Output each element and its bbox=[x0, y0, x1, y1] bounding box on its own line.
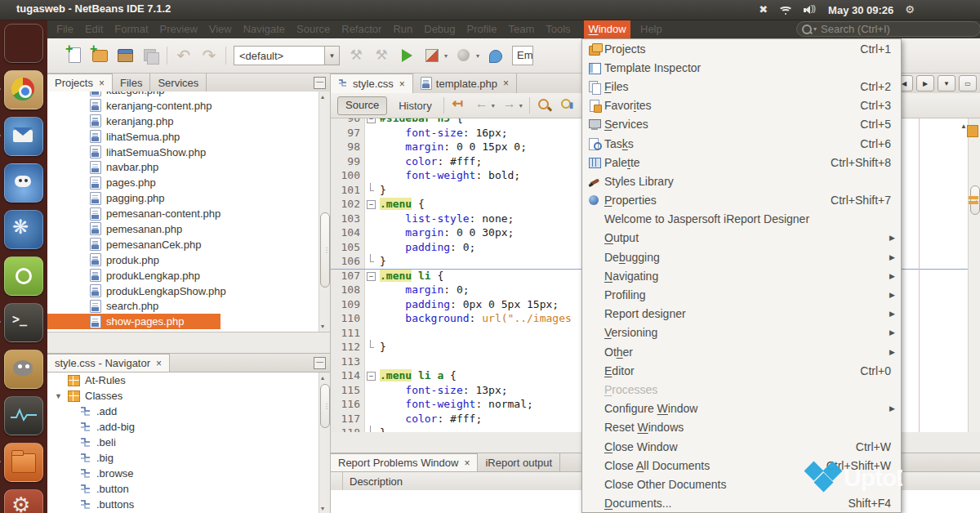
debug-dropdown-icon[interactable]: ▾ bbox=[444, 52, 448, 60]
menu-item-output[interactable]: Output▶ bbox=[582, 229, 901, 248]
build-button[interactable]: ⚒ bbox=[347, 47, 365, 65]
close-icon[interactable]: × bbox=[156, 358, 162, 369]
launcher-software-icon[interactable] bbox=[4, 256, 43, 296]
menu-item-palette[interactable]: PaletteCtrl+Shift+8 bbox=[582, 153, 901, 172]
volume-icon[interactable]: )) bbox=[804, 5, 817, 15]
source-view-button[interactable]: Source bbox=[337, 96, 387, 115]
menu-item-close-window[interactable]: Close WindowCtrl+W bbox=[582, 437, 901, 456]
open-project-button[interactable] bbox=[116, 47, 134, 65]
save-all-button[interactable] bbox=[141, 47, 159, 65]
menu-item-template-inspector[interactable]: Template Inspector bbox=[582, 58, 901, 77]
navigator-item[interactable]: .big bbox=[47, 450, 330, 466]
file-item[interactable]: lihatSemua.php bbox=[47, 129, 330, 145]
menu-file[interactable]: File bbox=[51, 20, 79, 38]
launcher-settings-icon[interactable] bbox=[4, 489, 43, 513]
menu-item-favorites[interactable]: FavoritesCtrl+3 bbox=[582, 96, 901, 115]
new-project-button[interactable] bbox=[91, 47, 109, 65]
file-item[interactable]: pages.php bbox=[47, 175, 330, 190]
file-item[interactable]: pagging.php bbox=[47, 190, 330, 206]
clock[interactable]: May 30 09:26 bbox=[828, 4, 893, 16]
menu-item-other[interactable]: Other▶ bbox=[582, 342, 901, 361]
tab-navigator[interactable]: style.css - Navigator × bbox=[47, 354, 170, 372]
file-item[interactable]: produkLengkap.php bbox=[47, 268, 330, 283]
wifi-icon[interactable] bbox=[779, 5, 792, 15]
forward-button[interactable] bbox=[501, 97, 518, 114]
file-item[interactable]: lihatSemuaShow.php bbox=[47, 145, 330, 160]
file-item[interactable]: keranjang.php bbox=[47, 114, 330, 129]
ireport-icon[interactable] bbox=[487, 47, 505, 65]
history-view-button[interactable]: History bbox=[394, 100, 436, 112]
minimize-icon[interactable]: — bbox=[314, 77, 326, 89]
editor-tab-style-css[interactable]: style.css× bbox=[331, 74, 413, 93]
maximize-button[interactable]: ▭ bbox=[959, 75, 977, 91]
menu-team[interactable]: Team bbox=[502, 20, 540, 38]
quick-search-input[interactable]: ▾ Search (Ctrl+I) bbox=[796, 21, 980, 37]
menu-format[interactable]: Format bbox=[109, 20, 154, 38]
session-gear-icon[interactable]: ⚙ bbox=[905, 0, 915, 20]
menu-debug[interactable]: Debug bbox=[418, 20, 461, 38]
new-file-button[interactable] bbox=[65, 47, 83, 65]
last-edit-button[interactable] bbox=[451, 97, 467, 114]
menu-help[interactable]: Help bbox=[635, 20, 668, 38]
menu-profile[interactable]: Profile bbox=[461, 20, 503, 38]
menu-item-projects[interactable]: ProjectsCtrl+1 bbox=[582, 39, 901, 58]
file-item[interactable]: pemesananCek.php bbox=[47, 237, 330, 252]
scroll-down-icon[interactable]: ▾ bbox=[321, 323, 324, 330]
launcher-thunderbird-icon[interactable] bbox=[4, 117, 43, 156]
expander-icon[interactable]: ▼ bbox=[55, 392, 62, 400]
scroll-up-icon[interactable]: ▴ bbox=[321, 374, 324, 381]
menu-preview[interactable]: Preview bbox=[154, 20, 203, 38]
menu-edit[interactable]: Edit bbox=[79, 20, 109, 38]
navigator-scrollbar[interactable]: ▴ ▾ bbox=[318, 372, 330, 513]
menu-window[interactable]: Window bbox=[584, 20, 630, 38]
file-item[interactable]: produkLengkapShow.php bbox=[47, 283, 330, 299]
file-item[interactable]: search.php bbox=[47, 298, 330, 314]
file-item[interactable]: produk.php bbox=[47, 252, 330, 268]
combo-dropdown-icon[interactable]: ▼ bbox=[324, 47, 339, 65]
close-icon[interactable]: × bbox=[464, 457, 470, 469]
navigator-item[interactable]: .add bbox=[47, 404, 330, 419]
menu-item-debugging[interactable]: Debugging▶ bbox=[582, 248, 901, 266]
menu-item-properties[interactable]: PropertiesCtrl+Shift+7 bbox=[582, 191, 901, 210]
menu-view[interactable]: View bbox=[203, 20, 238, 38]
config-selector[interactable]: <default> ▼ bbox=[234, 46, 340, 65]
menu-item-welcome-to-jaspersoft-ireport-designer[interactable]: Welcome to Jaspersoft iReport Designer bbox=[582, 210, 901, 229]
file-item[interactable]: keranjang-content.php bbox=[47, 98, 330, 114]
navigator-item[interactable]: .button bbox=[47, 481, 330, 497]
minimize-icon[interactable]: — bbox=[314, 357, 326, 369]
editor-tab-template-php[interactable]: template.php× bbox=[413, 74, 517, 93]
fold-icon[interactable] bbox=[365, 118, 377, 126]
menu-item-reset-windows[interactable]: Reset Windows bbox=[582, 418, 901, 437]
menu-item-editor[interactable]: EditorCtrl+0 bbox=[582, 361, 901, 380]
file-item[interactable]: kategori.php bbox=[47, 91, 330, 98]
launcher-files-icon[interactable] bbox=[4, 443, 43, 482]
fold-icon[interactable] bbox=[365, 270, 377, 283]
launcher-swirl-icon[interactable] bbox=[4, 210, 43, 249]
menu-item-profiling[interactable]: Profiling▶ bbox=[582, 285, 901, 304]
back-button[interactable] bbox=[474, 97, 490, 114]
navigator-item[interactable]: .buttons bbox=[47, 497, 330, 512]
scroll-down-icon[interactable]: ▾ bbox=[321, 505, 324, 512]
fold-icon[interactable] bbox=[365, 368, 377, 383]
tab-projects[interactable]: Projects× bbox=[47, 74, 113, 91]
redo-button[interactable]: ↷ bbox=[200, 47, 218, 65]
menu-tools[interactable]: Tools bbox=[540, 20, 576, 38]
fold-icon[interactable] bbox=[365, 197, 377, 212]
close-icon[interactable]: × bbox=[399, 78, 405, 90]
editor-scrollbar[interactable] bbox=[968, 118, 980, 432]
file-item[interactable]: navbar.php bbox=[47, 159, 330, 175]
tab-services[interactable]: Services bbox=[150, 74, 207, 91]
menu-item-report-designer[interactable]: Report designer▶ bbox=[582, 305, 901, 323]
launcher-terminal-icon[interactable] bbox=[4, 303, 43, 342]
back-dropdown-icon[interactable]: ▾ bbox=[492, 102, 495, 109]
file-item[interactable]: pemesanan-content.php bbox=[47, 206, 330, 221]
navigator-item[interactable]: .beli bbox=[47, 435, 330, 450]
tab-files[interactable]: Files bbox=[113, 74, 150, 91]
menu-item-navigating[interactable]: Navigating▶ bbox=[582, 266, 901, 285]
navigator-item[interactable]: At-Rules bbox=[47, 372, 330, 388]
launcher-robot-icon[interactable] bbox=[4, 163, 43, 203]
menu-item-services[interactable]: ServicesCtrl+5 bbox=[582, 115, 901, 134]
tab-list-button[interactable]: ▼ bbox=[938, 75, 956, 91]
error-stripe-up-icon[interactable]: ▲ bbox=[960, 123, 967, 130]
output-tab-report-problems-window[interactable]: Report Problems Window× bbox=[331, 453, 478, 471]
